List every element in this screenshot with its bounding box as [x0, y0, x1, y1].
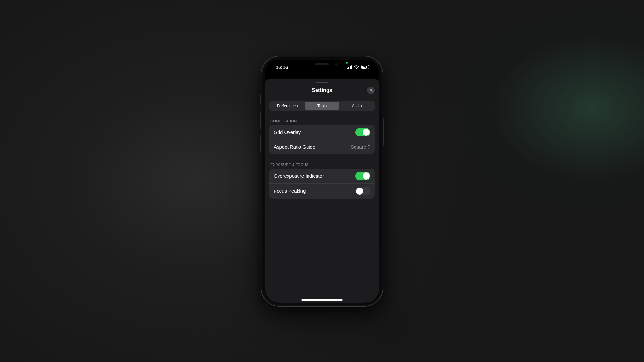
battery-percent: 72 — [363, 66, 366, 69]
list-composition: Grid Overlay Aspect Ratio Guide Square — [269, 125, 375, 154]
row-value: Square — [351, 144, 370, 150]
wifi-icon — [354, 65, 359, 69]
toggle-grid-overlay[interactable] — [355, 128, 370, 136]
tab-segmented-control[interactable]: Preferences Tools Audio — [269, 101, 375, 111]
mute-switch — [260, 94, 261, 104]
sheet-title: Settings — [312, 88, 332, 93]
chevron-updown-icon — [367, 144, 370, 149]
close-icon — [369, 88, 373, 92]
volume-down-button — [260, 135, 261, 152]
front-camera — [335, 63, 338, 66]
row-label: Grid Overlay — [274, 129, 301, 135]
screen: 16:16 72 Sett — [265, 60, 379, 303]
home-indicator[interactable] — [301, 299, 343, 301]
status-time: 16:16 — [276, 64, 288, 70]
tab-audio[interactable]: Audio — [339, 102, 374, 110]
section-exposure-focus: EXPOSURE & FOCUS Overexposure Indicator … — [269, 163, 375, 199]
notch — [297, 60, 347, 69]
toggle-overexposure-indicator[interactable] — [355, 172, 370, 180]
row-label: Overexposure Indicator — [274, 173, 324, 179]
row-overexposure-indicator: Overexposure Indicator — [269, 169, 375, 183]
speaker-grille — [315, 63, 329, 65]
row-focus-peaking: Focus Peaking — [269, 183, 375, 199]
close-button[interactable] — [367, 87, 375, 94]
side-button — [383, 118, 384, 146]
row-grid-overlay: Grid Overlay — [269, 125, 375, 140]
row-label: Focus Peaking — [274, 188, 306, 194]
section-composition: COMPOSITION Grid Overlay Aspect Ratio Gu… — [269, 119, 375, 154]
cellular-signal-icon — [347, 65, 353, 69]
toggle-focus-peaking[interactable] — [355, 187, 370, 195]
tab-preferences[interactable]: Preferences — [270, 102, 305, 110]
row-aspect-ratio[interactable]: Aspect Ratio Guide Square — [269, 140, 375, 154]
section-header-composition: COMPOSITION — [269, 119, 375, 125]
settings-sheet: Settings Preferences Tools Audio — [265, 79, 379, 303]
sheet-grabber[interactable] — [316, 82, 328, 83]
battery-icon: 72 — [361, 65, 370, 69]
tab-tools[interactable]: Tools — [305, 102, 339, 110]
camera-active-indicator-icon — [346, 62, 348, 64]
section-header-exposure-focus: EXPOSURE & FOCUS — [269, 163, 375, 169]
list-exposure-focus: Overexposure Indicator Focus Peaking — [269, 169, 375, 199]
phone-frame: 16:16 72 Sett — [261, 56, 383, 307]
row-label: Aspect Ratio Guide — [274, 144, 315, 150]
sheet-header: Settings — [269, 85, 375, 96]
status-right: 72 — [347, 65, 371, 69]
volume-up-button — [260, 112, 261, 130]
